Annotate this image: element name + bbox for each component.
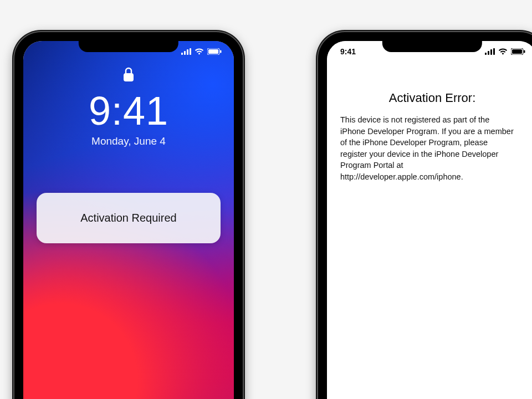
power-button [243, 126, 244, 165]
battery-icon [511, 48, 525, 55]
activation-error-screen: 9:41 [327, 41, 532, 399]
svg-rect-5 [208, 49, 218, 54]
svg-rect-3 [190, 48, 191, 55]
stage: 9:41 Monday, June 4 Activation Required [0, 0, 532, 399]
svg-rect-8 [485, 53, 487, 55]
svg-rect-7 [124, 73, 134, 81]
volume-down-button [317, 149, 318, 174]
phone-mockup-right: 9:41 [317, 31, 532, 399]
phone-screen-right: 9:41 [327, 41, 532, 399]
wifi-icon [195, 48, 204, 55]
phone-notch [382, 38, 482, 52]
mute-switch [13, 93, 14, 106]
svg-rect-14 [524, 50, 525, 53]
activation-error-body: This device is not registered as part of… [340, 114, 516, 182]
phone-bezel: 9:41 Monday, June 4 Activation Required [20, 38, 237, 399]
activation-required-card[interactable]: Activation Required [37, 193, 221, 243]
activation-required-label: Activation Required [80, 212, 176, 224]
svg-rect-11 [493, 48, 495, 55]
phone-screen-left: 9:41 Monday, June 4 Activation Required [23, 41, 234, 399]
phone-bezel: 9:41 [324, 38, 532, 399]
svg-rect-2 [187, 49, 188, 55]
battery-icon [207, 48, 222, 55]
svg-rect-0 [181, 53, 183, 55]
phone-mockup-left: 9:41 Monday, June 4 Activation Required [13, 31, 244, 399]
svg-rect-13 [512, 49, 522, 54]
svg-rect-9 [488, 51, 489, 55]
status-indicators [485, 48, 528, 55]
svg-rect-6 [220, 50, 222, 53]
volume-up-button [13, 115, 14, 141]
status-time: 9:41 [337, 47, 370, 56]
lockscreen-header: 9:41 Monday, June 4 [23, 66, 234, 147]
lock-icon [122, 66, 135, 85]
wifi-icon [498, 48, 508, 55]
volume-up-button [317, 115, 318, 141]
phone-notch [79, 38, 178, 52]
mute-switch [317, 93, 318, 106]
cellular-signal-icon [181, 48, 191, 55]
svg-rect-1 [184, 51, 186, 55]
lockscreen-time: 9:41 [89, 91, 168, 131]
cellular-signal-icon [485, 48, 495, 55]
activation-error-title: Activation Error: [327, 91, 532, 105]
svg-rect-10 [490, 49, 492, 55]
volume-down-button [13, 149, 14, 174]
status-indicators [181, 48, 224, 55]
lockscreen-date: Monday, June 4 [91, 135, 166, 147]
